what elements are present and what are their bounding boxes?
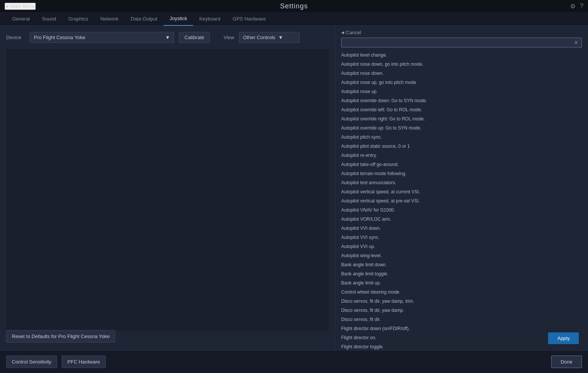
calibrate-button[interactable]: Calibrate	[179, 32, 210, 43]
search-close-icon[interactable]: ✕	[574, 40, 578, 46]
command-item[interactable]: Autopilot override down: Go to SYN mode.	[335, 96, 588, 105]
bottom-bar: Control Sensitivity PFC Hardware Done	[0, 350, 588, 373]
apply-button[interactable]: Apply	[548, 332, 579, 344]
device-dropdown-arrow: ▼	[165, 35, 170, 40]
command-item[interactable]: Bank angle limit up.	[335, 278, 588, 288]
done-button[interactable]: Done	[551, 356, 582, 368]
command-item[interactable]: Autopilot pitch-sync.	[335, 133, 588, 142]
command-item[interactable]: Autopilot VVI sync.	[335, 233, 588, 242]
command-item[interactable]: Disco servos, fit dir, yaw damp, trim.	[335, 297, 588, 306]
view-select-value: Other Controls	[243, 35, 275, 40]
command-item[interactable]: Autopilot test annunciators.	[335, 178, 588, 187]
top-right-icons: ⚙ ?	[570, 3, 583, 10]
nav-tabs: General Sound Graphics Network Data Outp…	[0, 12, 588, 26]
command-item[interactable]: Autopilot vertical speed, at pre-sel VSI…	[335, 196, 588, 205]
view-select[interactable]: Other Controls ▼	[239, 32, 300, 43]
reset-defaults-button[interactable]: Reset to Defaults for Pro Flight Cessna …	[6, 330, 115, 343]
command-item[interactable]: Flight director down (on/FDIR/off).	[335, 324, 588, 333]
cancel-button[interactable]: Cancel	[341, 30, 361, 35]
command-item[interactable]: Autopilot nose up, go into pitch mode	[335, 78, 588, 87]
tab-gps-hardware[interactable]: GPS Hardware	[227, 12, 272, 26]
search-box[interactable]: ✕	[341, 38, 582, 47]
command-item[interactable]: Autopilot level change.	[335, 51, 588, 60]
command-item[interactable]: Autopilot nose down.	[335, 69, 588, 78]
command-item[interactable]: Autopilot wing-level.	[335, 251, 588, 260]
settings-icon[interactable]: ⚙	[570, 3, 575, 10]
command-item[interactable]: Autopilot VNAV for G1000.	[335, 205, 588, 215]
view-dropdown-arrow: ▼	[278, 35, 283, 40]
command-item[interactable]: Autopilot vertical speed, at current VSI…	[335, 187, 588, 196]
command-item[interactable]: Autopilot override right: Go to ROL mode…	[335, 114, 588, 123]
command-item[interactable]: Autopilot pitot static source, 0 or 1	[335, 142, 588, 151]
view-label: View	[224, 35, 234, 40]
tab-sound[interactable]: Sound	[36, 12, 62, 26]
command-item[interactable]: Disco servos, fit dir, yaw damp.	[335, 306, 588, 315]
device-label: Device	[6, 35, 25, 40]
command-item[interactable]: Control wheel steering mode.	[335, 288, 588, 297]
command-item[interactable]: Autopilot terrain-mode following.	[335, 169, 588, 178]
command-item[interactable]: Autopilot nose up.	[335, 87, 588, 96]
joystick-area	[6, 49, 329, 331]
command-list: Autopilot level change.Autopilot nose do…	[335, 51, 588, 350]
command-item[interactable]: Bank angle limit toggle.	[335, 269, 588, 278]
top-bar: Main Menu Settings ⚙ ?	[0, 0, 588, 12]
command-item[interactable]: Autopilot nose down, go into pitch mode.	[335, 60, 588, 69]
tab-joystick[interactable]: Joystick	[164, 12, 193, 26]
command-item[interactable]: Autopilot VOR/LOC arm.	[335, 215, 588, 224]
tab-keyboard[interactable]: Keyboard	[193, 12, 227, 26]
cancel-row: Cancel	[335, 26, 588, 38]
control-sensitivity-button[interactable]: Control Sensitivity	[6, 356, 57, 368]
device-row: Device Pro Flight Cessna Yoke ▼ Calibrat…	[6, 32, 329, 43]
device-select[interactable]: Pro Flight Cessna Yoke ▼	[30, 32, 174, 43]
tab-network[interactable]: Network	[94, 12, 125, 26]
command-item[interactable]: Autopilot override left: Go to ROL mode.	[335, 105, 588, 114]
right-panel: Cancel ✕ Autopilot level change.Autopilo…	[335, 26, 588, 350]
tab-data-output[interactable]: Data Output	[125, 12, 164, 26]
command-item[interactable]: Autopilot VVI up.	[335, 242, 588, 251]
command-item[interactable]: Bank angle limit down.	[335, 260, 588, 269]
pfc-hardware-button[interactable]: PFC Hardware	[62, 356, 106, 368]
command-item[interactable]: Autopilot re-entry.	[335, 151, 588, 160]
help-icon[interactable]: ?	[580, 3, 583, 9]
search-input[interactable]	[345, 40, 574, 46]
device-select-value: Pro Flight Cessna Yoke	[34, 35, 85, 40]
tab-general[interactable]: General	[6, 12, 36, 26]
main-content: Device Pro Flight Cessna Yoke ▼ Calibrat…	[0, 26, 335, 350]
window-title: Settings	[280, 2, 308, 10]
command-item[interactable]: Disco servos, fit dir.	[335, 315, 588, 324]
tab-graphics[interactable]: Graphics	[62, 12, 94, 26]
main-menu-button[interactable]: Main Menu	[5, 3, 36, 10]
command-item[interactable]: Autopilot take-off go-around.	[335, 160, 588, 169]
command-item[interactable]: Autopilot override up: Go to SYN mode.	[335, 123, 588, 133]
command-item[interactable]: Autopilot VVI down.	[335, 224, 588, 233]
